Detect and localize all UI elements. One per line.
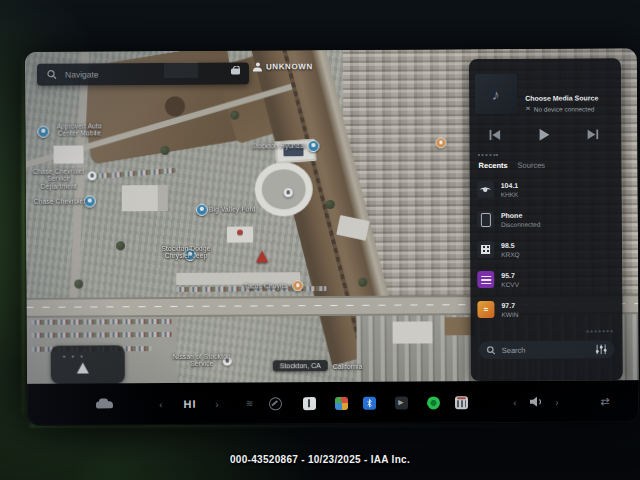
defrost-button[interactable]: ≋: [239, 382, 259, 424]
navigate-search-input[interactable]: Navigate: [37, 63, 249, 86]
volume-down-chevron[interactable]: ‹: [509, 381, 521, 423]
map-label-chase-service[interactable]: Chase Chevrolet Service Department: [32, 168, 86, 191]
station-frequency: 104.1: [501, 182, 519, 189]
car-icon: [95, 401, 112, 408]
map-pin-chase-service[interactable]: [88, 171, 97, 180]
wings-icon: [478, 182, 493, 197]
app-button-5[interactable]: [423, 381, 443, 423]
volume-up-chevron[interactable]: ›: [551, 381, 563, 423]
transport-controls: [469, 126, 621, 143]
map-tree: [358, 278, 367, 287]
map-tree: [160, 146, 169, 155]
map-tree: [230, 111, 239, 120]
station-callsign: KWIN: [501, 311, 518, 318]
media-source-status: ✕ No device connected: [525, 104, 594, 112]
wave-glyph: ≈: [484, 305, 488, 314]
station-frequency: 95.7: [501, 272, 515, 279]
map-poi-restaurant-2[interactable]: [435, 137, 446, 148]
media-search-input[interactable]: Search: [479, 340, 615, 359]
person-icon: [253, 62, 262, 71]
station-callsign: KCVV: [501, 281, 519, 288]
temp-up-chevron[interactable]: ›: [211, 383, 223, 425]
map-controls-dots: •••: [63, 351, 89, 360]
play-icon[interactable]: [539, 129, 549, 141]
card-app-icon: [302, 397, 315, 410]
map-pin-big-valley-ford[interactable]: [196, 204, 208, 216]
map-pin-approved-auto[interactable]: [37, 126, 49, 138]
map-tree: [326, 200, 335, 209]
auction-watermark: 000-43520867 - 10/23/2025 - IAA Inc.: [0, 454, 640, 465]
phone-glyph: [480, 213, 490, 227]
station-logo-kwin: ≈: [477, 301, 494, 318]
station-row[interactable]: ≈ 97.7 KWIN: [470, 300, 622, 327]
station-logo-krxq: [477, 241, 494, 258]
app-button-3[interactable]: [359, 382, 379, 424]
next-track-icon[interactable]: [587, 129, 598, 139]
media-search-placeholder: Search: [502, 345, 590, 355]
app-button-1[interactable]: [299, 382, 319, 424]
app-button-2[interactable]: [331, 382, 351, 424]
temperature-control[interactable]: HI: [173, 383, 207, 425]
navigate-placeholder: Navigate: [65, 69, 99, 79]
bottom-launcher-bar: ‹ HI › ≋ ▶ ‹ › ⇄: [27, 380, 639, 426]
map-parked-cars: [32, 332, 172, 338]
disconnected-icon: ✕: [525, 105, 531, 113]
map-label-nissan[interactable]: Nissan of Stockton Service: [173, 353, 231, 368]
station-row-phone[interactable]: Phone Disconnected: [470, 210, 622, 237]
station-logo-kcvv: [477, 271, 494, 288]
speaker-icon: [529, 397, 543, 407]
fan-button[interactable]: [265, 382, 285, 424]
station-row[interactable]: 95.7 KCVV: [470, 270, 622, 297]
tab-sources[interactable]: Sources: [518, 161, 546, 170]
map-pin-poi[interactable]: [284, 188, 293, 197]
map-tree: [74, 280, 83, 289]
map-label-california: California: [333, 363, 363, 371]
temp-down-chevron[interactable]: ‹: [155, 383, 167, 425]
fan-icon: [268, 397, 281, 410]
panel-drag-handle[interactable]: [478, 154, 498, 156]
car-settings-button[interactable]: [89, 383, 119, 425]
lock-icon[interactable]: [231, 66, 240, 75]
map-city-label[interactable]: Stockton, CA: [273, 360, 328, 371]
equalizer-icon[interactable]: [596, 344, 607, 354]
station-row[interactable]: 104.1 KHKK: [470, 180, 622, 207]
station-row[interactable]: 98.5 KRXQ: [470, 240, 622, 267]
list-divider: [587, 330, 613, 332]
map-label-approved-auto[interactable]: Approved Auto Center Mobile: [49, 122, 109, 137]
music-note-icon: ♪: [491, 85, 501, 103]
north-arrow-icon[interactable]: [77, 362, 89, 373]
map-controls[interactable]: •••: [51, 345, 125, 383]
tesla-touchscreen: Approved Auto Center Mobile Chase Chevro…: [25, 48, 639, 426]
map-poi-restaurant[interactable]: [292, 280, 303, 291]
theater-app-icon: ▶: [394, 396, 407, 409]
driver-profile-button[interactable]: UNKNOWN: [253, 62, 313, 71]
bluetooth-app-icon: [362, 396, 375, 409]
temperature-value: HI: [183, 398, 196, 410]
map-label-tacos[interactable]: Tacos Chuyita: [244, 282, 287, 290]
previous-track-icon[interactable]: [489, 130, 500, 140]
tab-recents[interactable]: Recents: [479, 161, 508, 170]
map-pin-hyundai[interactable]: [307, 140, 319, 152]
map-label-chase[interactable]: Chase Chevrolet: [34, 198, 85, 206]
station-frequency: 97.7: [501, 302, 515, 309]
search-icon: [47, 70, 57, 80]
driver-profile-name: UNKNOWN: [266, 62, 313, 71]
map-building: [53, 146, 83, 164]
map-tree: [116, 241, 125, 250]
text-lines-glyph: [481, 276, 491, 284]
media-skip-icon[interactable]: ⇄: [595, 380, 615, 422]
spotify-app-icon: [426, 396, 439, 409]
station-logo-khkk: [477, 181, 494, 198]
media-panel[interactable]: ♪ Choose Media Source ✕ No device connec…: [469, 58, 623, 381]
map-label-dodge[interactable]: Stockton Dodge Chrysler Jeep: [148, 245, 224, 260]
apps-grid-icon: [334, 396, 347, 409]
map-label-big-valley-ford[interactable]: Big Valley Ford: [209, 205, 256, 213]
app-button-6[interactable]: [451, 381, 471, 423]
map-pin-chase[interactable]: [84, 195, 96, 207]
phone-status: Disconnected: [501, 221, 540, 228]
volume-button[interactable]: [525, 381, 547, 423]
phone-icon: [477, 211, 494, 228]
phone-title: Phone: [501, 212, 522, 219]
map-label-hyundai[interactable]: Stockton Hyundai: [251, 142, 305, 150]
app-button-4[interactable]: ▶: [391, 382, 411, 424]
